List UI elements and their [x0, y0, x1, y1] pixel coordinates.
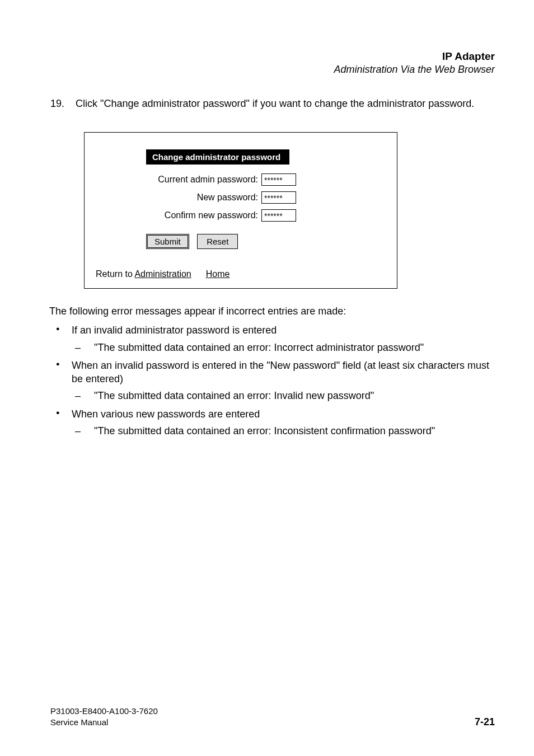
header-subtitle: Administration Via the Web Browser — [50, 64, 495, 76]
error-message-1: "The submitted data contained an error: … — [72, 341, 495, 354]
error-case-2-text: When an invalid password is entered in t… — [72, 360, 489, 384]
reset-button[interactable]: Reset — [197, 234, 238, 249]
error-case-3: When various new passwords are entered "… — [50, 407, 495, 438]
step-text: Click "Change administrator password" if… — [76, 98, 474, 109]
error-case-3-text: When various new passwords are entered — [72, 408, 260, 420]
error-case-1: If an invalid administrator password is … — [50, 323, 495, 354]
return-nav: Return to AdministrationHome — [96, 264, 386, 279]
panel-title: Change administrator password — [146, 149, 289, 165]
step-number: 19. — [50, 98, 64, 109]
new-password-input[interactable]: ****** — [261, 191, 296, 204]
page-number: 7-21 — [475, 716, 495, 728]
submit-button[interactable]: Submit — [146, 234, 189, 249]
return-prefix: Return to — [96, 269, 134, 279]
home-link[interactable]: Home — [206, 269, 230, 279]
footer-doc-id: P31003-E8400-A100-3-7620 — [50, 706, 158, 717]
step-instruction: 19. Click "Change administrator password… — [50, 98, 495, 110]
footer-doc-type: Service Manual — [50, 717, 158, 728]
errors-intro: The following error messages appear if i… — [49, 304, 495, 318]
confirm-password-label: Confirm new password: — [146, 210, 261, 220]
error-message-3: "The submitted data contained an error: … — [72, 424, 495, 438]
current-password-input[interactable]: ****** — [261, 173, 296, 186]
change-password-panel: Change administrator password Current ad… — [84, 132, 397, 289]
confirm-password-input[interactable]: ****** — [261, 209, 296, 222]
administration-link[interactable]: Administration — [134, 269, 191, 279]
error-message-2: "The submitted data contained an error: … — [72, 389, 495, 402]
new-password-label: New password: — [146, 192, 261, 203]
header-title: IP Adapter — [50, 50, 495, 63]
error-case-2: When an invalid password is entered in t… — [50, 359, 495, 403]
current-password-label: Current admin password: — [146, 175, 261, 185]
error-case-1-text: If an invalid administrator password is … — [72, 325, 277, 336]
